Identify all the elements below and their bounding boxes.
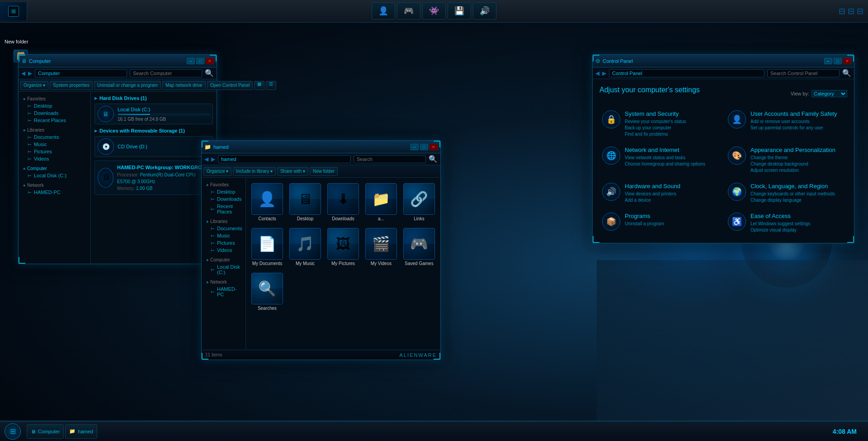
cp-category-2[interactable]: 🌐 Network and Internet View network stat… — [599, 144, 722, 176]
hamed-sidebar-downloads[interactable]: Downloads — [202, 195, 245, 203]
cp-category-5[interactable]: 🌍 Clock, Language, and Region Change key… — [725, 180, 847, 206]
cp-link[interactable]: Change desktop background — [750, 161, 835, 167]
cp-link[interactable]: Add or remove user accounts — [750, 119, 837, 125]
sidebar-local-disk[interactable]: Local Disk (C:) — [19, 172, 90, 179]
hamed-sidebar-pictures[interactable]: Pictures — [202, 239, 245, 247]
view-btn-2[interactable]: ☰ — [266, 81, 276, 90]
hamed-organize-btn[interactable]: Organize ▾ — [203, 167, 231, 176]
sidebar-hamed-pc[interactable]: HAMED-PC — [19, 189, 90, 196]
hamed-search-icon[interactable]: 🔍 — [429, 155, 438, 163]
sidebar-music[interactable]: Music — [19, 141, 90, 148]
cp-cat-name-7[interactable]: Ease of Access — [750, 213, 810, 219]
cp-link[interactable]: Review your computer's status — [625, 119, 686, 125]
cp-cat-name-5[interactable]: Clock, Language, and Region — [750, 183, 835, 190]
hamed-search-input[interactable] — [354, 155, 426, 163]
new-folder-btn[interactable]: New folder — [310, 167, 338, 176]
sidebar-videos[interactable]: Videos — [19, 155, 90, 162]
hamed-max-btn[interactable]: □ — [420, 144, 428, 150]
hamed-back-icon[interactable]: ◀ — [204, 156, 208, 162]
file-item-my-music[interactable]: 🎵 My Music — [288, 226, 323, 268]
hamed-sidebar-music[interactable]: Music — [202, 232, 245, 239]
cp-category-0[interactable]: 🔒 System and Security Review your comput… — [599, 108, 722, 140]
file-item-links[interactable]: 🔗 Links — [401, 181, 437, 223]
cp-min-btn[interactable]: ─ — [824, 58, 832, 64]
hamed-min-btn[interactable]: ─ — [410, 144, 419, 150]
cp-cat-name-3[interactable]: Appearance and Personalization — [750, 147, 835, 153]
cp-back-icon[interactable]: ◀ — [595, 70, 599, 76]
file-item-my-videos[interactable]: 🎬 My Videos — [363, 226, 399, 268]
sidebar-recent[interactable]: Recent Places — [19, 117, 90, 124]
cp-cat-name-4[interactable]: Hardware and Sound — [625, 183, 680, 190]
hamed-sidebar-recent[interactable]: Recent Places — [202, 203, 245, 215]
cp-forward-icon[interactable]: ▶ — [602, 70, 606, 76]
open-cp-btn[interactable]: Open Control Panel — [207, 81, 253, 90]
cp-cat-name-6[interactable]: Programs — [625, 213, 664, 219]
top-icon-3[interactable]: 👾 — [422, 2, 446, 19]
file-item-contacts[interactable]: 👤 Contacts — [250, 181, 285, 223]
cp-link[interactable]: Change keyboards or other input methods — [750, 191, 835, 197]
file-item-downloads[interactable]: ⬇ Downloads — [326, 181, 361, 223]
cp-link[interactable]: Adjust screen resolution — [750, 167, 835, 174]
cp-max-btn[interactable]: □ — [834, 58, 842, 64]
minimize-btn[interactable]: ─ — [187, 58, 195, 64]
viewby-select[interactable]: Category Large icons Small icons — [811, 90, 847, 97]
file-item-a...[interactable]: 📁 a... — [363, 181, 399, 223]
hamed-sidebar-docs[interactable]: Documents — [202, 225, 245, 232]
system-props-btn[interactable]: System properties — [50, 81, 93, 90]
cp-cat-name-1[interactable]: User Accounts and Family Safety — [750, 110, 837, 117]
search-icon[interactable]: 🔍 — [205, 69, 214, 77]
maximize-btn[interactable]: □ — [196, 58, 204, 64]
taskbar-hamed[interactable]: 📁 hamed — [65, 424, 97, 439]
hamed-address-input[interactable] — [218, 155, 351, 163]
cp-link[interactable]: Uninstall a program — [625, 221, 664, 227]
local-disk-drive[interactable]: 🖥 Local Disk (C:) 16.1 GB free of 24.8 G… — [94, 104, 213, 124]
cp-link[interactable]: View network status and tasks — [625, 155, 705, 161]
sidebar-downloads[interactable]: Downloads — [19, 109, 90, 117]
file-item-my-pictures[interactable]: 🖼 My Pictures — [326, 226, 361, 268]
top-icon-5[interactable]: 🔊 — [473, 2, 496, 19]
hamed-sidebar-desktop[interactable]: Desktop — [202, 188, 245, 195]
view-btn-1[interactable]: ▦ — [254, 81, 264, 90]
hamed-forward-icon[interactable]: ▶ — [211, 156, 215, 162]
cp-link[interactable]: Optimize visual display — [750, 227, 810, 233]
start-button[interactable] — [5, 423, 21, 440]
map-network-btn[interactable]: Map network drive — [162, 81, 206, 90]
cp-cat-name-0[interactable]: System and Security — [625, 110, 686, 117]
cp-link[interactable]: Back up your computer — [625, 125, 686, 131]
top-icon-2[interactable]: 🎮 — [397, 2, 420, 19]
cp-link[interactable]: Change display language — [750, 197, 835, 204]
forward-icon[interactable]: ▶ — [28, 70, 32, 76]
cp-link[interactable]: View devices and printers — [625, 191, 680, 197]
share-with-btn[interactable]: Share with ▾ — [277, 167, 308, 176]
cp-category-3[interactable]: 🎨 Appearance and Personalization Change … — [725, 144, 847, 176]
sidebar-desktop[interactable]: Desktop — [19, 102, 90, 109]
top-icon-1[interactable]: 👤 — [372, 2, 395, 19]
cp-category-7[interactable]: ♿ Ease of Access Let Windows suggest set… — [725, 210, 847, 236]
file-item-my-documents[interactable]: 📄 My Documents — [250, 226, 285, 268]
cp-link[interactable]: Change the theme — [750, 155, 835, 161]
new-folder-item[interactable]: 📁 New folder — [5, 25, 28, 44]
hamed-sidebar-local[interactable]: Local Disk (C:) — [202, 263, 245, 276]
cd-drive[interactable]: 💿 CD Drive (D:) — [94, 136, 213, 157]
sidebar-documents[interactable]: Documents — [19, 133, 90, 141]
cp-cat-name-2[interactable]: Network and Internet — [625, 147, 705, 153]
hamed-sidebar-videos[interactable]: Videos — [202, 247, 245, 254]
search-input[interactable] — [130, 69, 202, 77]
cp-link[interactable]: Add a device — [625, 197, 680, 204]
cp-link[interactable]: Set up parental controls for any user — [750, 125, 837, 131]
uninstall-btn[interactable]: Uninstall or change a program — [94, 81, 161, 90]
cp-link[interactable]: Let Windows suggest settings — [750, 221, 810, 227]
sidebar-pictures[interactable]: Pictures — [19, 148, 90, 155]
address-input[interactable] — [35, 69, 127, 77]
cp-category-1[interactable]: 👤 User Accounts and Family Safety Add or… — [725, 108, 847, 140]
cp-category-4[interactable]: 🔊 Hardware and Sound View devices and pr… — [599, 180, 722, 206]
organize-btn[interactable]: Organize ▾ — [20, 81, 48, 90]
hamed-sidebar-pc[interactable]: HAMED-PC — [202, 285, 245, 298]
file-item-desktop[interactable]: 🖥 Desktop — [288, 181, 323, 223]
cp-link[interactable]: Find and fix problems — [625, 131, 686, 138]
cp-address-input[interactable] — [609, 69, 764, 77]
cp-search-input[interactable] — [767, 69, 840, 77]
cp-link[interactable]: Choose homegroup and sharing options — [625, 161, 705, 167]
taskbar-computer[interactable]: 🖥 Computer — [27, 424, 64, 439]
top-icon-4[interactable]: 💾 — [448, 2, 471, 19]
